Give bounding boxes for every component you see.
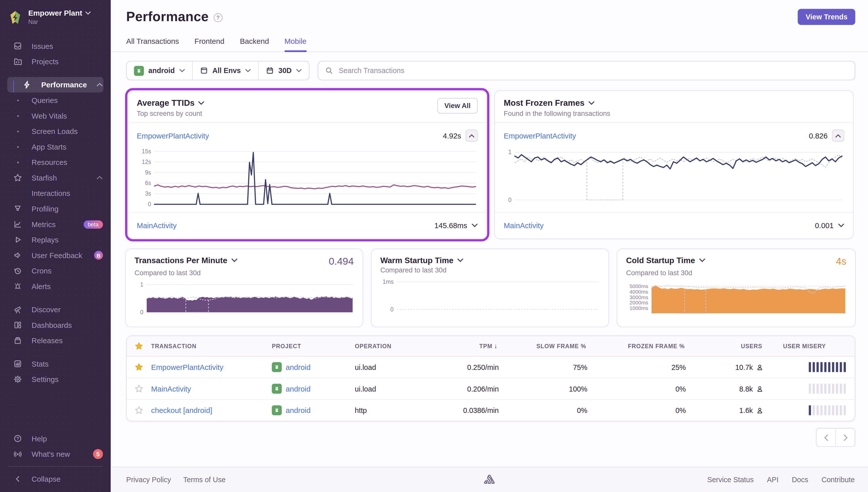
table-row: EmpowerPlantActivity android ui.load 0.2… [127,356,855,378]
project-filter[interactable]: android [127,62,192,80]
sidebar-item-whats-new[interactable]: What's new 5 [0,446,111,462]
tpm-title[interactable]: Transactions Per Minute [134,256,237,265]
next-page-button[interactable] [835,428,854,446]
sidebar-item-app-starts[interactable]: App Starts [0,139,111,155]
col-transaction[interactable]: TRANSACTION [151,343,272,349]
col-slow-frame[interactable]: SLOW FRAME % [499,343,587,349]
sidebar-item-alerts[interactable]: Alerts [0,278,111,294]
transaction-link[interactable]: EmpowerPlantActivity [151,363,223,371]
user-misery-bars [809,405,846,415]
widgets-row-1: Average TTIDs Top screens by count View … [111,80,868,242]
col-frozen-frame[interactable]: FROZEN FRAME % [587,343,686,349]
play-icon [14,236,22,244]
sidebar-item-web-vitals[interactable]: Web Vitals [0,108,111,124]
col-users[interactable]: USERS [686,343,764,349]
tab-backend[interactable]: Backend [240,37,269,51]
warm-startup-title[interactable]: Warm Startup Time [380,256,463,265]
transaction-link[interactable]: checkout [android] [151,406,212,414]
terms-of-use-link[interactable]: Terms of Use [183,476,226,484]
transactions-table: TRANSACTION PROJECT OPERATION TPM↓ SLOW … [126,336,855,421]
sidebar-item-user-feedback[interactable]: User Feedback B [0,247,111,263]
sidebar-item-issues[interactable]: Issues [0,38,111,54]
projects-icon [14,57,22,66]
project-link[interactable]: android [286,385,311,393]
sidebar-item-replays[interactable]: Replays [0,232,111,247]
frozen-frame-cell: 0% [587,406,686,414]
sidebar-item-metrics[interactable]: Metrics beta [0,217,111,232]
col-user-misery[interactable]: USER MISERY [763,343,854,349]
sidebar-item-crons[interactable]: Crons [0,263,111,279]
sidebar-item-dashboards[interactable]: Dashboards [0,317,111,333]
user-icon [756,364,764,371]
service-status-link[interactable]: Service Status [707,476,754,484]
star-icon[interactable] [134,342,143,350]
sidebar-item-stats[interactable]: Stats [0,356,111,372]
sidebar-item-screen-loads[interactable]: Screen Loads [0,123,111,139]
box-icon [14,336,22,345]
clock-icon [14,266,22,275]
average-ttids-title[interactable]: Average TTIDs [137,98,204,107]
tab-frontend[interactable]: Frontend [194,37,224,51]
transaction-link[interactable]: EmpowerPlantActivity [504,131,576,140]
view-trends-button[interactable]: View Trends [798,9,856,25]
col-tpm[interactable]: TPM↓ [438,342,499,350]
contribute-link[interactable]: Contribute [821,476,854,484]
search-transactions-box [318,61,856,80]
environment-filter[interactable]: All Envs [192,62,258,80]
broadcast-icon [14,450,22,459]
android-icon [134,66,144,76]
metrics-icon [14,220,22,229]
sidebar-item-profiling[interactable]: Profiling [0,201,111,217]
collapse-chevron-up[interactable] [832,130,844,142]
star-icon [14,173,22,182]
expand-chevron-down[interactable] [838,223,844,228]
privacy-policy-link[interactable]: Privacy Policy [126,476,171,484]
project-link[interactable]: android [286,363,311,371]
docs-link[interactable]: Docs [792,476,808,484]
view-all-button[interactable]: View All [437,98,478,114]
sidebar-item-starfish[interactable]: Starfish [0,170,111,186]
tab-all-transactions[interactable]: All Transactions [126,37,179,51]
sidebar-item-help[interactable]: ? Help [0,431,111,446]
collapse-chevron-up[interactable] [465,130,478,142]
sidebar-item-resources[interactable]: Resources [0,155,111,170]
sidebar-item-settings[interactable]: Settings [0,372,111,387]
sidebar-item-interactions[interactable]: Interactions [0,186,111,201]
tab-mobile[interactable]: Mobile [284,37,306,51]
cold-startup-title[interactable]: Cold Startup Time [626,256,705,265]
search-icon [325,67,333,75]
date-range-filter[interactable]: 30D [258,62,309,80]
sidebar-item-discover[interactable]: Discover [0,302,111,317]
org-name: Empower Plant [28,9,82,17]
most-frozen-frames-title[interactable]: Most Frozen Frames [504,98,610,107]
star-filled-icon[interactable] [134,363,143,371]
sidebar-item-performance[interactable]: Performance [0,77,111,93]
transaction-link[interactable]: MainActivity [137,221,176,229]
svg-text:0: 0 [148,201,151,207]
expand-chevron-down[interactable] [472,223,478,228]
svg-text:2000ms: 2000ms [630,300,648,305]
android-icon [272,405,282,415]
search-input[interactable] [338,66,848,75]
col-project[interactable]: PROJECT [272,343,355,349]
transaction-link[interactable]: MainActivity [504,221,543,229]
chevron-up-icon [96,82,103,87]
svg-text:3000ms: 3000ms [630,294,648,300]
chevron-left-icon [823,434,828,441]
sidebar-item-projects[interactable]: Projects [0,54,111,69]
svg-text:1: 1 [508,149,512,155]
sidebar-item-queries[interactable]: Queries [0,92,111,108]
project-link[interactable]: android [286,406,311,414]
star-outline-icon[interactable] [134,384,143,393]
api-link[interactable]: API [767,476,778,484]
col-operation[interactable]: OPERATION [355,343,438,349]
prev-page-button[interactable] [816,428,835,446]
transaction-link[interactable]: MainActivity [151,385,191,393]
sidebar-item-releases[interactable]: Releases [0,333,111,348]
page-help-icon[interactable]: ? [214,13,223,22]
transaction-link[interactable]: EmpowerPlantActivity [137,131,209,140]
star-outline-icon[interactable] [134,406,143,415]
sidebar-collapse-button[interactable]: Collapse [0,471,111,487]
org-switcher[interactable]: Empower Plant Nar [0,8,111,30]
cold-startup-value: 4s [836,256,846,267]
